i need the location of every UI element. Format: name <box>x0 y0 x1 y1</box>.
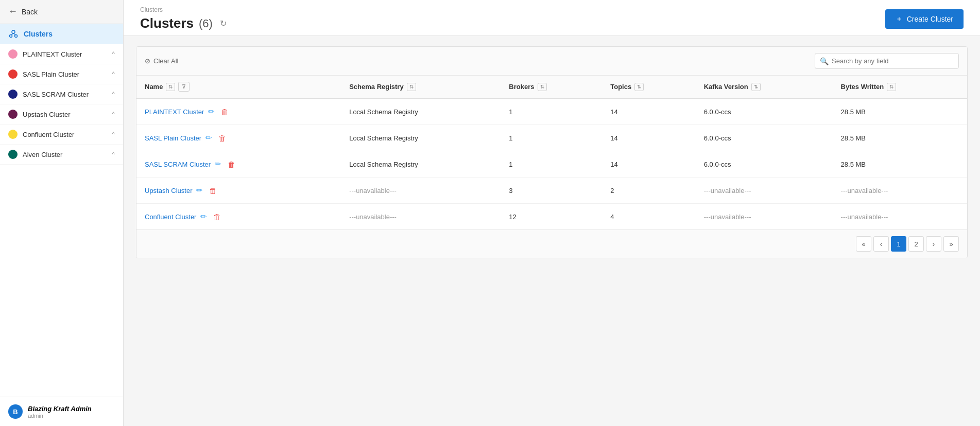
table-toolbar: ⊘ Clear All 🔍 <box>136 47 967 76</box>
table-container: ⊘ Clear All 🔍 Name ⇅ ⊽ <box>136 46 968 258</box>
cell-brokers: 1 <box>501 151 602 177</box>
cluster-dot-icon <box>8 69 18 79</box>
next-page-button[interactable]: › <box>926 236 941 252</box>
main-content: Clusters Clusters (6) ↻ ＋ Create Cluster… <box>124 0 980 426</box>
page-1-button[interactable]: 1 <box>891 236 906 252</box>
back-arrow-icon: ← <box>8 6 18 17</box>
create-cluster-button[interactable]: ＋ Create Cluster <box>885 9 964 29</box>
avatar: B <box>8 404 23 419</box>
edit-button[interactable]: ✏ <box>194 184 205 197</box>
cell-topics: 14 <box>602 151 696 177</box>
table-row: Confluent Cluster ✏ 🗑 ---unavailable--- … <box>136 204 967 230</box>
delete-button[interactable]: 🗑 <box>219 105 231 118</box>
cell-name: Upstash Cluster ✏ 🗑 <box>136 177 341 204</box>
edit-button[interactable]: ✏ <box>198 210 209 223</box>
sidebar-cluster-item[interactable]: SASL SCRAM Cluster ^ <box>0 84 123 104</box>
svg-line-3 <box>11 33 13 35</box>
cluster-item-name: SASL Plain Cluster <box>23 70 107 78</box>
sort-kafka-version-button[interactable]: ⇅ <box>751 83 761 91</box>
cluster-name-link[interactable]: SASL Plain Cluster <box>145 134 201 142</box>
delete-button[interactable]: 🗑 <box>226 158 237 171</box>
cell-topics: 14 <box>602 125 696 151</box>
cell-topics: 2 <box>602 177 696 204</box>
page-title: Clusters <box>140 15 194 31</box>
search-icon: 🔍 <box>820 57 829 65</box>
cluster-dot-icon <box>8 110 18 119</box>
page-header: Clusters Clusters (6) ↻ ＋ Create Cluster <box>124 0 980 36</box>
cell-brokers: 3 <box>501 177 602 204</box>
edit-button[interactable]: ✏ <box>203 131 214 145</box>
edit-button[interactable]: ✏ <box>213 157 223 171</box>
sort-bytes-button[interactable]: ⇅ <box>887 83 896 91</box>
cell-kafka-version: 6.0.0-ccs <box>696 151 833 177</box>
col-bytes-written: Bytes Written ⇅ <box>833 76 967 98</box>
first-page-button[interactable]: « <box>856 236 871 252</box>
sidebar-cluster-item[interactable]: Upstash Cluster ^ <box>0 104 123 125</box>
clusters-nav-item[interactable]: Clusters <box>0 24 123 44</box>
delete-button[interactable]: 🗑 <box>211 210 223 223</box>
cell-bytes-written: 28.5 MB <box>833 98 967 125</box>
back-label: Back <box>22 8 38 16</box>
cell-topics: 4 <box>602 204 696 230</box>
prev-page-button[interactable]: ‹ <box>873 236 889 252</box>
back-button[interactable]: ← Back <box>0 0 123 24</box>
cell-bytes-written: ---unavailable--- <box>833 204 967 230</box>
search-box: 🔍 <box>815 53 959 69</box>
col-kafka-version: Kafka Version ⇅ <box>696 76 833 98</box>
svg-point-1 <box>10 35 12 38</box>
sidebar-cluster-item[interactable]: SASL Plain Cluster ^ <box>0 64 123 84</box>
clusters-nav-label: Clusters <box>24 30 53 38</box>
cluster-list: PLAINTEXT Cluster ^ SASL Plain Cluster ^… <box>0 44 123 397</box>
cell-schema-registry: Local Schema Registry <box>341 125 501 151</box>
cluster-chevron-icon: ^ <box>112 70 115 78</box>
cluster-name-link[interactable]: PLAINTEXT Cluster <box>145 108 204 116</box>
cell-topics: 14 <box>602 98 696 125</box>
clear-all-button[interactable]: ⊘ Clear All <box>145 57 178 65</box>
footer-info: Blazing Kraft Admin admin <box>28 405 92 419</box>
cell-schema-registry: ---unavailable--- <box>341 204 501 230</box>
create-cluster-plus-icon: ＋ <box>896 14 903 24</box>
delete-button[interactable]: 🗑 <box>207 184 219 197</box>
cluster-dot-icon <box>8 90 18 99</box>
table-body: PLAINTEXT Cluster ✏ 🗑 Local Schema Regis… <box>136 98 967 229</box>
col-schema-registry: Schema Registry ⇅ <box>341 76 501 98</box>
cell-kafka-version: 6.0.0-ccs <box>696 98 833 125</box>
search-input[interactable] <box>815 53 959 69</box>
cell-name: Confluent Cluster ✏ 🗑 <box>136 204 341 230</box>
cluster-item-name: PLAINTEXT Cluster <box>23 50 107 58</box>
sort-name-button[interactable]: ⇅ <box>166 83 175 91</box>
table-row: SASL Plain Cluster ✏ 🗑 Local Schema Regi… <box>136 125 967 151</box>
cell-bytes-written: ---unavailable--- <box>833 177 967 204</box>
edit-button[interactable]: ✏ <box>206 105 217 118</box>
col-name: Name ⇅ ⊽ <box>136 76 341 98</box>
clusters-icon <box>8 29 19 39</box>
cluster-count: (6) <box>199 17 213 30</box>
sort-schema-button[interactable]: ⇅ <box>407 83 416 91</box>
cluster-dot-icon <box>8 150 18 159</box>
sidebar-cluster-item[interactable]: Aiven Cluster ^ <box>0 145 123 165</box>
cell-kafka-version: 6.0.0-ccs <box>696 125 833 151</box>
cluster-name-link[interactable]: Confluent Cluster <box>145 213 196 221</box>
sort-brokers-button[interactable]: ⇅ <box>538 83 547 91</box>
cluster-item-name: Upstash Cluster <box>23 111 107 118</box>
page-2-button[interactable]: 2 <box>908 236 924 252</box>
cluster-item-name: SASL SCRAM Cluster <box>23 91 107 98</box>
cluster-chevron-icon: ^ <box>112 131 115 138</box>
cluster-name-link[interactable]: Upstash Cluster <box>145 187 192 194</box>
sidebar-cluster-item[interactable]: Confluent Cluster ^ <box>0 125 123 145</box>
page-title-row: Clusters (6) ↻ <box>140 15 229 31</box>
cell-schema-registry: ---unavailable--- <box>341 177 501 204</box>
clusters-table: Name ⇅ ⊽ Schema Registry ⇅ <box>136 76 967 229</box>
sidebar-cluster-item[interactable]: PLAINTEXT Cluster ^ <box>0 44 123 64</box>
cluster-name-link[interactable]: SASL SCRAM Cluster <box>145 161 211 168</box>
cell-brokers: 1 <box>501 125 602 151</box>
clear-all-label: Clear All <box>153 57 178 65</box>
delete-button[interactable]: 🗑 <box>216 132 228 145</box>
refresh-button[interactable]: ↻ <box>218 16 229 30</box>
cluster-chevron-icon: ^ <box>112 111 115 118</box>
cluster-dot-icon <box>8 49 18 59</box>
last-page-button[interactable]: » <box>943 236 959 252</box>
sort-topics-button[interactable]: ⇅ <box>634 83 644 91</box>
filter-name-button[interactable]: ⊽ <box>178 82 190 92</box>
cell-schema-registry: Local Schema Registry <box>341 98 501 125</box>
